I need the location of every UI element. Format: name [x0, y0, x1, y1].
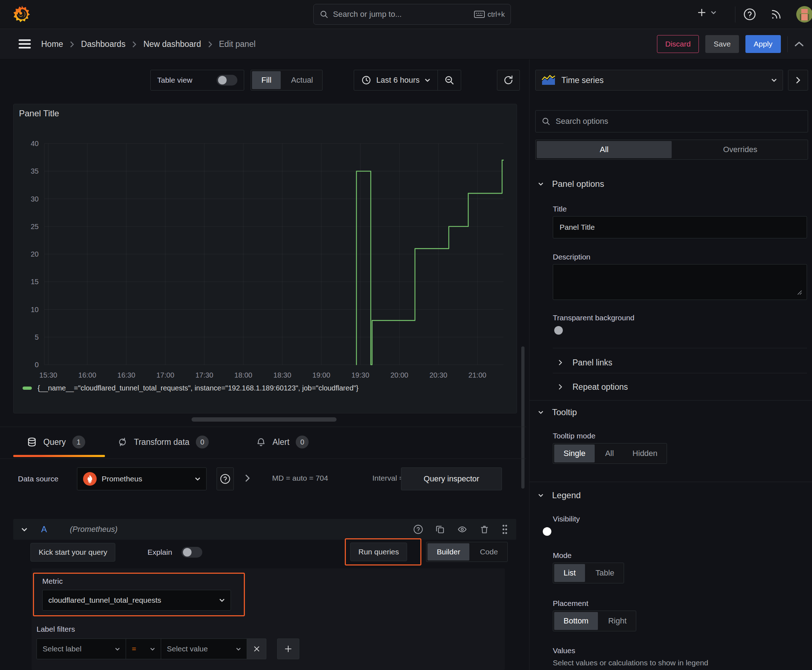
delete-query-icon[interactable] [480, 524, 489, 534]
discard-button[interactable]: Discard [657, 35, 699, 53]
chevron-up-icon[interactable] [794, 41, 804, 47]
time-range-picker[interactable]: Last 6 hours [354, 70, 437, 90]
kickstart-query-button[interactable]: Kick start your query [31, 543, 115, 562]
description-textarea[interactable] [553, 264, 807, 300]
title-label: Title [553, 205, 567, 213]
table-view-label: Table view [157, 76, 192, 85]
datasource-picker[interactable]: Prometheus [77, 467, 207, 490]
metric-select[interactable]: cloudflared_tunnel_total_requests [42, 590, 231, 611]
viz-picker[interactable]: Time series [535, 70, 783, 91]
chevron-right-icon[interactable] [244, 474, 250, 482]
svg-text:35: 35 [31, 167, 39, 175]
svg-text:20:30: 20:30 [429, 371, 447, 379]
vertical-scrollbar[interactable] [521, 347, 524, 489]
legend-heading: Legend [552, 490, 581, 500]
select-value-dropdown[interactable]: Select value [161, 638, 247, 659]
top-bar: Search or jump to... ctrl+k [0, 0, 812, 29]
panel-title-input[interactable] [553, 216, 807, 239]
run-queries-button[interactable]: Run queries [350, 543, 407, 561]
query-a-header[interactable]: A (Prometheus) [13, 519, 516, 540]
explain-toggle[interactable] [181, 547, 202, 558]
tab-overrides[interactable]: Overrides [673, 141, 808, 158]
svg-text:30: 30 [31, 195, 39, 203]
user-avatar[interactable] [796, 6, 812, 22]
transform-icon [117, 437, 127, 447]
tab-all[interactable]: All [537, 141, 672, 158]
nav-bar: Home Dashboards New dashboard Edit panel… [0, 29, 812, 59]
legend-placement-right[interactable]: Right [599, 611, 636, 631]
repeat-options-section[interactable]: Repeat options [558, 378, 628, 396]
duplicate-query-icon[interactable] [436, 524, 445, 534]
apply-button[interactable]: Apply [746, 35, 781, 53]
datasource-label: Data source [18, 475, 58, 483]
save-button[interactable]: Save [705, 35, 739, 53]
builder-option[interactable]: Builder [427, 543, 470, 560]
tab-query[interactable]: Query 1 [27, 427, 85, 457]
add-menu-button[interactable] [696, 7, 716, 18]
chevron-down-icon [538, 494, 544, 497]
panel-resize-handle[interactable] [192, 417, 337, 421]
help-button[interactable] [743, 8, 756, 21]
operator-dropdown[interactable]: = [126, 638, 161, 659]
tab-alert[interactable]: Alert 0 [256, 427, 309, 457]
grafana-logo[interactable] [13, 5, 31, 26]
breadcrumb-new-dashboard[interactable]: New dashboard [143, 39, 201, 49]
add-filter-button[interactable] [277, 638, 299, 659]
time-series-viz-icon [541, 75, 556, 86]
legend-header[interactable]: Legend [538, 490, 581, 500]
news-rss-icon[interactable] [770, 8, 782, 20]
time-series-chart[interactable]: 051015202530354015:3016:0016:3017:0017:3… [14, 104, 517, 413]
mega-menu-toggle[interactable] [19, 39, 31, 49]
panel-options-header[interactable]: Panel options [538, 179, 604, 189]
transparent-background-label: Transparent background [553, 313, 634, 322]
tooltip-hidden-option[interactable]: Hidden [623, 443, 667, 464]
chart-legend[interactable]: {__name__="cloudflared_tunnel_total_requ… [22, 384, 358, 392]
svg-text:20: 20 [31, 250, 39, 258]
query-ref-id[interactable]: A [41, 524, 47, 535]
svg-text:19:00: 19:00 [312, 371, 331, 379]
global-search-input[interactable]: Search or jump to... ctrl+k [313, 4, 511, 25]
svg-text:0: 0 [35, 361, 39, 369]
legend-swatch [22, 387, 32, 390]
panel-preview: Panel Title 051015202530354015:3016:0016… [13, 104, 517, 413]
select-label-dropdown[interactable]: Select label [37, 638, 126, 659]
search-options-field[interactable]: Search options [535, 110, 808, 132]
legend-mode-list[interactable]: List [554, 564, 585, 582]
query-tabs-bar: Query 1 Transform data 0 Alert 0 [0, 426, 526, 459]
tooltip-header[interactable]: Tooltip [538, 407, 577, 417]
chevron-right-icon [70, 41, 75, 48]
zoom-out-button[interactable] [438, 70, 461, 90]
breadcrumb: Home Dashboards New dashboard Edit panel [41, 29, 256, 59]
svg-text:40: 40 [31, 140, 39, 147]
toggle-visibility-icon[interactable] [457, 524, 468, 534]
query-help-icon[interactable] [413, 524, 423, 535]
chevron-down-icon[interactable] [21, 528, 27, 531]
resize-grip-icon[interactable] [796, 289, 802, 295]
chevron-down-icon [150, 648, 155, 651]
query-datasource-hint: (Prometheus) [70, 524, 117, 534]
time-controls: Last 6 hours [354, 70, 461, 91]
collapse-options-button[interactable] [788, 70, 808, 91]
datasource-name: Prometheus [102, 475, 190, 483]
clock-icon [361, 75, 371, 85]
tooltip-all-option[interactable]: All [596, 443, 623, 464]
legend-mode-table[interactable]: Table [586, 563, 624, 583]
query-inspector-button[interactable]: Query inspector [401, 467, 502, 490]
legend-placement-bottom[interactable]: Bottom [554, 612, 598, 630]
chevron-right-icon [558, 359, 563, 366]
refresh-button[interactable] [497, 70, 520, 91]
datasource-help-button[interactable] [217, 467, 234, 490]
select-value-placeholder: Select value [167, 645, 231, 653]
remove-filter-button[interactable] [247, 638, 266, 659]
actual-option[interactable]: Actual [282, 70, 322, 90]
explain-label: Explain [147, 548, 172, 557]
code-option[interactable]: Code [470, 542, 507, 562]
breadcrumb-dashboards[interactable]: Dashboards [81, 39, 125, 49]
table-view-toggle[interactable] [217, 75, 237, 86]
drag-handle-icon[interactable] [501, 524, 509, 535]
tab-transform[interactable]: Transform data 0 [117, 427, 209, 457]
panel-links-section[interactable]: Panel links [558, 354, 612, 372]
fill-option[interactable]: Fill [252, 71, 281, 89]
breadcrumb-home[interactable]: Home [41, 39, 63, 49]
tooltip-single-option[interactable]: Single [554, 445, 595, 462]
